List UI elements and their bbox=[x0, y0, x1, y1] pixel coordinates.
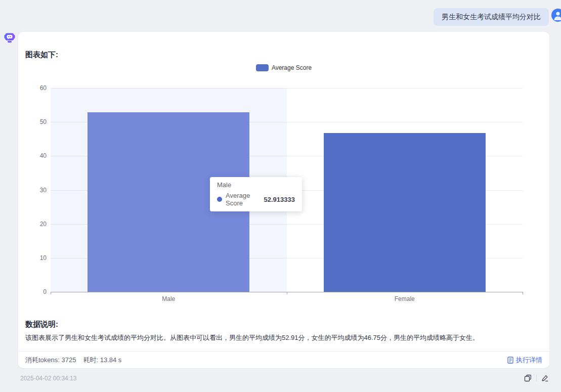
execution-details-link[interactable]: 执行详情 bbox=[507, 356, 542, 365]
assistant-message-card: 图表如下: Average Score 0102030405060MaleFem… bbox=[18, 32, 549, 368]
y-axis-tick-label: 50 bbox=[25, 119, 47, 125]
user-message-bubble: 男生和女生考试成绩平均分对比 bbox=[434, 8, 549, 26]
copy-icon[interactable] bbox=[524, 374, 532, 382]
y-axis-tick-label: 30 bbox=[25, 187, 47, 193]
message-timestamp: 2025-04-02 00:34:13 bbox=[20, 375, 76, 382]
y-axis-tick-label: 20 bbox=[25, 221, 47, 227]
x-axis-category-label: Female bbox=[374, 295, 435, 302]
y-axis-tick-label: 0 bbox=[25, 289, 47, 295]
notes-text: 该图表展示了男生和女生考试成绩的平均分对比。从图表中可以看出，男生的平均成绩为5… bbox=[25, 333, 542, 342]
tokens-used: 消耗tokens: 3725 bbox=[25, 356, 76, 365]
edit-icon[interactable] bbox=[541, 374, 549, 382]
bar-female[interactable] bbox=[324, 133, 486, 292]
usage-stats: 消耗tokens: 3725 耗时: 13.84 s bbox=[25, 356, 121, 365]
y-axis-tick-label: 40 bbox=[25, 153, 47, 159]
time-elapsed: 耗时: 13.84 s bbox=[83, 356, 121, 365]
card-footer: 消耗tokens: 3725 耗时: 13.84 s 执行详情 bbox=[18, 351, 549, 368]
user-avatar bbox=[551, 9, 561, 22]
y-axis-tick-label: 10 bbox=[25, 255, 47, 261]
x-axis-tick bbox=[523, 292, 523, 294]
x-axis-tick bbox=[287, 292, 287, 294]
x-axis-tick bbox=[51, 292, 51, 294]
tooltip-series-dot bbox=[217, 197, 222, 202]
y-axis-tick-label: 60 bbox=[25, 85, 47, 91]
document-icon bbox=[507, 357, 514, 364]
chart-tooltip: Male Average Score 52.913333 bbox=[210, 177, 302, 211]
person-icon bbox=[553, 11, 561, 21]
execution-details-label: 执行详情 bbox=[516, 356, 542, 365]
actions-divider bbox=[536, 375, 537, 381]
notes-heading: 数据说明: bbox=[25, 320, 58, 329]
tooltip-value: 52.913333 bbox=[264, 196, 295, 203]
message-actions bbox=[524, 374, 549, 382]
tooltip-series-name: Average Score bbox=[226, 192, 264, 207]
robot-avatar-icon bbox=[4, 32, 15, 43]
x-axis-category-label: Male bbox=[138, 295, 199, 302]
tooltip-category: Male bbox=[217, 181, 295, 189]
